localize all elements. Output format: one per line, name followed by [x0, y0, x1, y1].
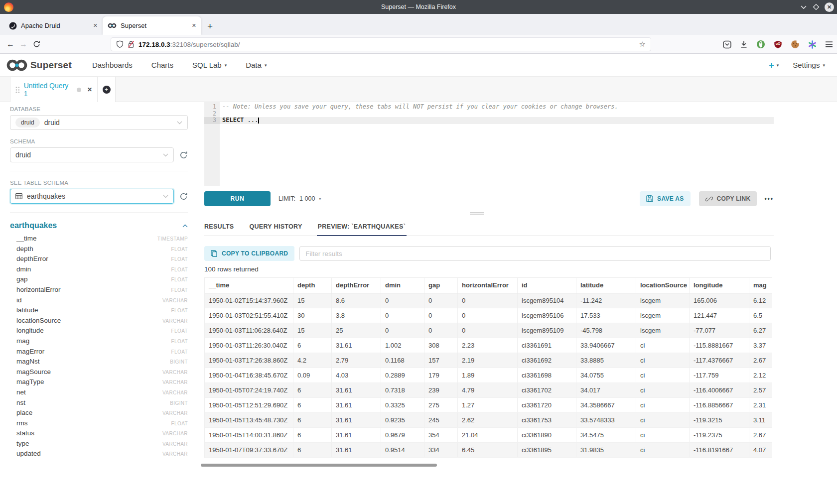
clipboard-icon	[211, 250, 217, 257]
table-header-cell[interactable]: dmin	[381, 278, 424, 293]
table-row: 1950-01-05T12:51:29.690Z631.610.33252751…	[205, 398, 772, 413]
copy-to-clipboard-button[interactable]: COPY TO CLIPBOARD	[204, 246, 294, 261]
table-header-cell[interactable]: depth	[293, 278, 332, 293]
table-header-cell[interactable]: __time	[205, 278, 293, 293]
schema-column-row: magFLOAT	[10, 337, 188, 348]
drag-handle-icon	[15, 86, 20, 94]
query-tab-close-icon[interactable]: ✕	[87, 86, 92, 93]
table-cell: -117.759	[690, 368, 749, 382]
window-maximize-button[interactable]	[812, 3, 820, 11]
new-item-menu[interactable]: + ▾	[769, 61, 779, 70]
save-as-button[interactable]: SAVE AS	[640, 191, 690, 206]
extension-spark-icon[interactable]	[808, 40, 817, 49]
refresh-table-icon[interactable]	[179, 192, 188, 201]
column-type: FLOAT	[171, 277, 188, 282]
schema-column-row: idVARCHAR	[10, 296, 188, 307]
horizontal-scrollbar[interactable]	[201, 464, 437, 467]
run-button[interactable]: RUN	[204, 191, 271, 206]
menu-hamburger-icon[interactable]	[825, 41, 833, 48]
nav-item-sql-lab[interactable]: SQL Lab▾	[183, 61, 236, 69]
new-query-tab-button[interactable]: +	[98, 77, 116, 102]
caret-down-icon: ▾	[777, 63, 779, 68]
rows-returned-text: 100 rows returned	[204, 265, 259, 273]
schema-column-row: longitudeFLOAT	[10, 327, 188, 337]
browser-tab-label: Apache Druid	[21, 22, 60, 29]
back-button[interactable]: ←	[4, 40, 17, 49]
tab-close-icon[interactable]: ✕	[93, 22, 98, 29]
downloads-icon[interactable]	[740, 40, 748, 48]
table-cell: 4.79	[458, 383, 518, 397]
table-cell: 25	[332, 323, 381, 338]
nav-item-charts[interactable]: Charts	[142, 61, 183, 69]
table-header-cell[interactable]: gap	[424, 278, 458, 293]
tab-preview-earthquakes[interactable]: PREVIEW: `EARTHQUAKES`	[318, 218, 406, 236]
filter-results-input[interactable]	[299, 246, 771, 261]
query-tab-untitled-query-1[interactable]: Untitled Query 1 ✕	[10, 77, 98, 102]
database-select[interactable]: druid druid	[10, 115, 188, 130]
table-cell: 2.62	[458, 413, 518, 427]
table-cell: 1950-01-05T13:45:48.730Z	[205, 413, 293, 427]
bookmark-star-icon[interactable]: ☆	[639, 40, 646, 49]
copy-link-button[interactable]: COPY LINK	[699, 191, 757, 206]
schema-column-row: horizontalErrorFLOAT	[10, 286, 188, 296]
table-header-cell[interactable]: latitude	[576, 278, 636, 293]
table-select[interactable]: earthquakes	[10, 189, 174, 204]
reload-button[interactable]	[30, 40, 43, 48]
column-type: VARCHAR	[162, 451, 188, 457]
text-cursor	[258, 118, 259, 124]
cookie-icon[interactable]	[791, 40, 800, 49]
pane-resize-handle[interactable]	[470, 212, 484, 215]
nav-item-dashboards[interactable]: Dashboards	[83, 61, 142, 69]
table-cell: 0	[458, 293, 518, 308]
tab-close-icon[interactable]: ✕	[192, 22, 196, 29]
more-options-button[interactable]: •••	[764, 195, 774, 202]
schema-column-row: magSourceVARCHAR	[10, 368, 188, 378]
browser-tabstrip: Apache Druid ✕ Superset ✕ +	[0, 14, 837, 35]
nav-item-data[interactable]: Data▾	[236, 61, 276, 69]
table-cell: 31.61	[332, 383, 381, 397]
table-cell: ci	[636, 383, 690, 397]
caret-down-icon: ▾	[265, 63, 267, 68]
browser-tab-superset[interactable]: Superset ✕	[103, 16, 201, 35]
table-header-cell[interactable]: id	[518, 278, 576, 293]
table-header-cell[interactable]: locationSource	[636, 278, 690, 293]
browser-tab-apache-druid[interactable]: Apache Druid ✕	[4, 16, 103, 35]
table-cell: 2.12	[749, 368, 772, 382]
table-header-cell[interactable]: horizontalError	[458, 278, 518, 293]
column-type: VARCHAR	[162, 441, 188, 447]
privacy-badger-icon[interactable]	[756, 40, 765, 49]
pocket-icon[interactable]	[723, 40, 731, 49]
new-browser-tab-button[interactable]: +	[207, 21, 213, 31]
table-header-cell[interactable]: longitude	[690, 278, 749, 293]
table-cell: -119.3215	[690, 413, 749, 427]
window-minimize-button[interactable]	[800, 3, 808, 11]
table-cell: ci3361702	[518, 383, 576, 397]
table-cell: 0.7318	[381, 383, 424, 397]
table-cell: 0	[458, 323, 518, 338]
table-cell: 1950-01-07T09:37:33.670Z	[205, 443, 293, 457]
table-header-cell[interactable]: depthError	[332, 278, 381, 293]
settings-menu[interactable]: Settings ▾	[793, 61, 825, 69]
limit-dropdown[interactable]: LIMIT: 1 000 ▾	[279, 195, 321, 202]
druid-favicon	[9, 22, 17, 30]
schema-select[interactable]: druid	[10, 147, 174, 162]
tab-query-history[interactable]: QUERY HISTORY	[250, 218, 302, 236]
schema-column-row: typeVARCHAR	[10, 440, 188, 450]
column-name: depthError	[16, 255, 48, 262]
schema-column-row: gapFLOAT	[10, 275, 188, 286]
window-close-button[interactable]: ✕	[825, 2, 834, 12]
see-table-schema-label: SEE TABLE SCHEMA	[10, 180, 188, 186]
schema-value: druid	[15, 151, 31, 159]
tab-results[interactable]: RESULTS	[204, 218, 234, 236]
schema-column-row: rmsFLOAT	[10, 419, 188, 430]
ublock-origin-icon[interactable]: uO	[774, 40, 782, 49]
table-header-cell[interactable]: mag	[749, 278, 772, 293]
sql-editor[interactable]: 1 2 3 -- Note: Unless you save your quer…	[204, 102, 774, 186]
collapse-chevron-up-icon[interactable]	[182, 224, 188, 228]
table-cell: 0	[458, 308, 518, 323]
refresh-schema-icon[interactable]	[179, 151, 188, 159]
superset-brand[interactable]: Superset	[6, 58, 72, 72]
table-cell: 21.04	[458, 428, 518, 442]
superset-logo-icon	[6, 58, 28, 72]
url-bar[interactable]: 172.18.0.3:32108/superset/sqllab/ ☆	[111, 37, 651, 51]
